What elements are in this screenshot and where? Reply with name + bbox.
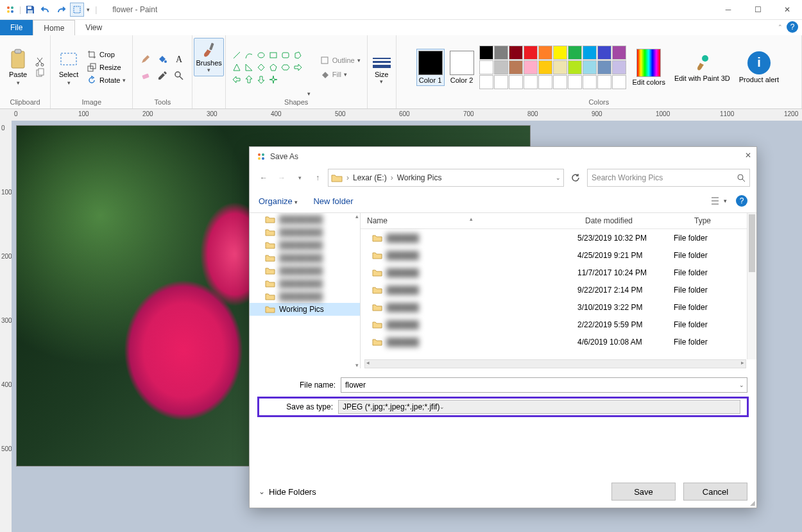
palette-swatch[interactable] bbox=[553, 60, 567, 74]
undo-icon[interactable] bbox=[39, 3, 52, 16]
savetype-select[interactable]: JPEG (*.jpg;*.jpeg;*.jpe;*.jfif) ⌄ bbox=[338, 400, 740, 414]
shape-star4-icon[interactable] bbox=[268, 74, 279, 85]
search-input[interactable]: Search Working Pics bbox=[587, 169, 750, 187]
shape-arrow-right-icon[interactable] bbox=[292, 62, 303, 73]
palette-swatch[interactable] bbox=[524, 75, 538, 89]
color1-button[interactable]: Color 1 bbox=[416, 49, 445, 86]
nav-history-icon[interactable]: ▾ bbox=[292, 170, 307, 185]
col-type[interactable]: Type bbox=[688, 216, 756, 225]
palette-swatch[interactable] bbox=[597, 60, 611, 74]
color-palette[interactable] bbox=[479, 46, 626, 89]
shape-rect-icon[interactable] bbox=[268, 49, 279, 61]
palette-swatch[interactable] bbox=[612, 75, 626, 89]
h-scrollbar[interactable]: ◂ ▸ bbox=[364, 359, 746, 368]
tree-item[interactable]: ████████ bbox=[250, 277, 360, 290]
dialog-close-icon[interactable]: ✕ bbox=[745, 151, 751, 160]
color2-button[interactable]: Color 2 bbox=[448, 49, 475, 85]
sort-asc-icon[interactable]: ▴ bbox=[470, 216, 473, 222]
palette-swatch[interactable] bbox=[494, 75, 508, 89]
col-date[interactable]: Date modified bbox=[579, 216, 688, 225]
size-button[interactable]: Size ▾ bbox=[373, 58, 391, 85]
shape-fill-button[interactable]: Fill ▾ bbox=[318, 69, 362, 80]
shape-outline-button[interactable]: Outline ▾ bbox=[318, 55, 362, 66]
qat-customize-icon[interactable]: ▾ bbox=[87, 6, 90, 13]
shape-arrow-up-icon[interactable] bbox=[243, 74, 255, 85]
paint3d-button[interactable]: Edit with Paint 3D bbox=[672, 51, 733, 83]
magnifier-icon[interactable] bbox=[171, 68, 187, 83]
view-options-button[interactable]: ▾ bbox=[711, 196, 727, 205]
list-row[interactable]: ██████4/6/2019 10:08 AMFile folder bbox=[361, 333, 756, 350]
ribbon-collapse-icon[interactable]: ⌃ bbox=[778, 24, 783, 30]
tree-item[interactable]: ████████ bbox=[250, 290, 360, 303]
save-icon[interactable] bbox=[24, 3, 37, 16]
shape-arrow-left-icon[interactable] bbox=[231, 74, 243, 85]
address-bar[interactable]: › Lexar (E:) › Working Pics ⌄ bbox=[328, 169, 564, 187]
pencil-icon[interactable] bbox=[138, 51, 153, 67]
filename-dropdown-icon[interactable]: ⌄ bbox=[739, 382, 744, 388]
hide-folders-button[interactable]: ⌄ Hide Folders bbox=[259, 487, 316, 497]
list-row[interactable]: ██████5/23/2019 10:32 PMFile folder bbox=[361, 229, 756, 246]
text-icon[interactable]: A bbox=[171, 51, 187, 67]
window-minimize-icon[interactable]: ─ bbox=[713, 0, 743, 19]
folder-tree[interactable]: ████████████████████████████████████████… bbox=[250, 213, 361, 368]
palette-swatch[interactable] bbox=[494, 46, 508, 60]
resize-button[interactable]: Resize bbox=[85, 62, 127, 73]
window-close-icon[interactable]: ✕ bbox=[772, 0, 802, 19]
palette-swatch[interactable] bbox=[612, 60, 626, 74]
list-row[interactable]: ██████2/22/2019 5:59 PMFile folder bbox=[361, 316, 756, 333]
palette-swatch[interactable] bbox=[494, 60, 508, 74]
tree-item[interactable]: ████████ bbox=[250, 213, 360, 226]
paste-button[interactable]: Paste ▾ bbox=[5, 47, 31, 87]
product-alert-button[interactable]: i Product alert bbox=[737, 50, 781, 85]
rotate-button[interactable]: Rotate ▾ bbox=[85, 74, 127, 86]
help-icon[interactable]: ? bbox=[787, 21, 798, 33]
nav-up-icon[interactable]: ↑ bbox=[310, 170, 325, 185]
palette-swatch[interactable] bbox=[612, 46, 626, 60]
palette-swatch[interactable] bbox=[583, 75, 597, 89]
palette-swatch[interactable] bbox=[524, 46, 538, 60]
shape-roundrect-icon[interactable] bbox=[280, 49, 291, 61]
savetype-dropdown-icon[interactable]: ⌄ bbox=[439, 404, 445, 410]
palette-swatch[interactable] bbox=[568, 60, 582, 74]
palette-swatch[interactable] bbox=[524, 60, 538, 74]
window-maximize-icon[interactable]: ☐ bbox=[743, 0, 772, 19]
shapes-more-icon[interactable]: ▾ bbox=[307, 90, 311, 97]
address-dropdown-icon[interactable]: ⌄ bbox=[556, 175, 561, 181]
resize-grip-icon[interactable]: ◢ bbox=[750, 499, 755, 506]
palette-swatch[interactable] bbox=[479, 60, 493, 74]
refresh-icon[interactable] bbox=[567, 169, 584, 186]
palette-swatch[interactable] bbox=[568, 46, 582, 60]
redo-icon[interactable] bbox=[55, 3, 67, 16]
eyedropper-icon[interactable] bbox=[155, 68, 170, 83]
edit-colors-button[interactable]: Edit colors bbox=[630, 47, 668, 87]
shape-curve-icon[interactable] bbox=[243, 49, 255, 61]
filename-input[interactable]: flower ⌄ bbox=[341, 377, 747, 393]
tree-item[interactable]: ████████ bbox=[250, 226, 360, 239]
shape-arrow-down-icon[interactable] bbox=[255, 74, 267, 85]
nav-back-icon[interactable]: ← bbox=[256, 170, 271, 185]
palette-swatch[interactable] bbox=[583, 60, 597, 74]
v-scrollbar[interactable] bbox=[747, 213, 756, 359]
bucket-icon[interactable] bbox=[155, 51, 170, 67]
palette-swatch[interactable] bbox=[479, 75, 493, 89]
select-button[interactable]: Select ▾ bbox=[56, 47, 81, 87]
eraser-icon[interactable] bbox=[138, 68, 153, 83]
shape-line-icon[interactable] bbox=[231, 49, 243, 61]
list-row[interactable]: ██████3/10/2019 3:22 PMFile folder bbox=[361, 298, 756, 316]
qat-select-icon[interactable] bbox=[70, 3, 84, 17]
col-name[interactable]: Name bbox=[367, 216, 388, 225]
shapes-gallery[interactable] bbox=[231, 49, 303, 85]
tree-item[interactable]: ████████ bbox=[250, 252, 360, 264]
palette-swatch[interactable] bbox=[568, 75, 582, 89]
list-row[interactable]: ██████4/25/2019 9:21 PMFile folder bbox=[361, 246, 756, 264]
shape-rtriangle-icon[interactable] bbox=[243, 62, 255, 73]
palette-swatch[interactable] bbox=[538, 46, 552, 60]
tab-file[interactable]: File bbox=[0, 20, 33, 35]
shape-triangle-icon[interactable] bbox=[231, 62, 243, 73]
palette-swatch[interactable] bbox=[583, 46, 597, 60]
dialog-help-icon[interactable]: ? bbox=[736, 195, 747, 207]
list-row[interactable]: ██████9/22/2017 2:14 PMFile folder bbox=[361, 281, 756, 298]
shape-oval-icon[interactable] bbox=[255, 49, 267, 61]
list-header[interactable]: Name ▴ Date modified Type bbox=[361, 213, 756, 229]
palette-swatch[interactable] bbox=[509, 75, 523, 89]
